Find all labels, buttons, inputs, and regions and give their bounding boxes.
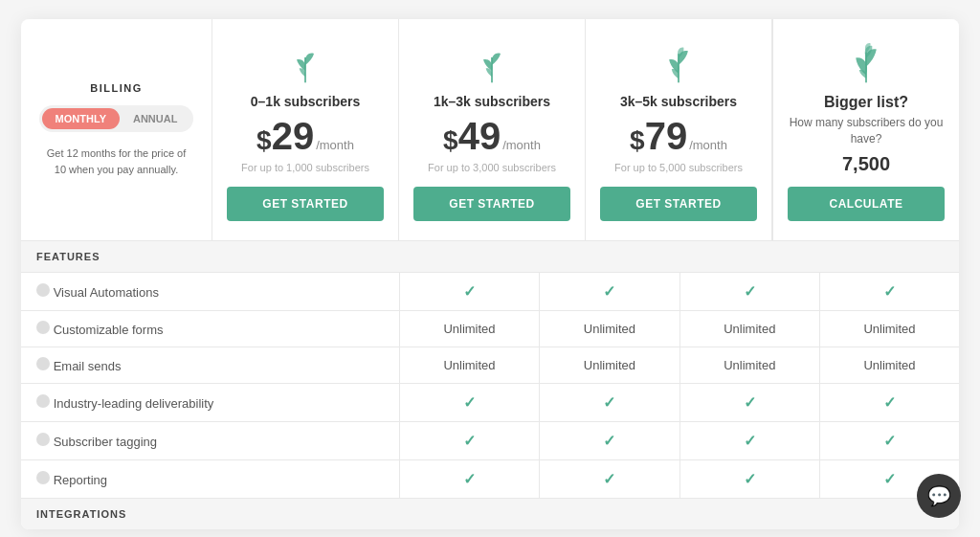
plan-0-1k-period: /month bbox=[316, 138, 354, 152]
feature-name-reporting: Reporting bbox=[21, 460, 399, 499]
plan-0-1k-subtitle: For up to 1,000 subscribers bbox=[241, 162, 369, 173]
feature-row-forms: Customizable forms Unlimited Unlimited U… bbox=[21, 311, 959, 347]
billing-note: Get 12 months for the price of 10 when y… bbox=[40, 145, 192, 177]
feature-val-va-1: ✓ bbox=[399, 273, 539, 311]
feature-val-rep-2: ✓ bbox=[540, 460, 679, 499]
feature-val-es-1: Unlimited bbox=[399, 347, 539, 384]
feature-row-reporting: Reporting ✓ ✓ ✓ ✓ bbox=[21, 460, 959, 499]
feature-val-forms-1: Unlimited bbox=[399, 311, 539, 347]
feature-name-email-sends: Email sends bbox=[21, 347, 399, 384]
feature-val-tag-1: ✓ bbox=[399, 422, 539, 460]
feature-val-del-3: ✓ bbox=[679, 384, 819, 422]
check-icon: ✓ bbox=[603, 433, 615, 449]
feature-row-tagging: Subscriber tagging ✓ ✓ ✓ ✓ bbox=[21, 422, 959, 460]
feature-val-forms-2: Unlimited bbox=[540, 311, 679, 347]
check-icon: ✓ bbox=[744, 471, 756, 487]
info-dot-icon bbox=[36, 321, 50, 334]
feature-val-va-2: ✓ bbox=[540, 273, 679, 311]
features-section-header: FEATURES bbox=[21, 241, 959, 273]
feature-val-del-1: ✓ bbox=[399, 384, 539, 422]
check-icon: ✓ bbox=[463, 283, 476, 300]
feature-val-rep-1: ✓ bbox=[399, 460, 539, 499]
feature-val-es-4: Unlimited bbox=[819, 347, 959, 384]
info-dot-icon bbox=[36, 357, 50, 370]
monthly-toggle[interactable]: MONTHLY bbox=[42, 108, 120, 129]
feature-name-visual-automations: Visual Automations bbox=[21, 273, 399, 311]
check-icon: ✓ bbox=[463, 394, 476, 411]
plant-icon-2 bbox=[475, 38, 509, 86]
plan-3-5k-title: 3k–5k subscribers bbox=[620, 94, 737, 109]
check-icon: ✓ bbox=[744, 283, 756, 300]
feature-val-es-3: Unlimited bbox=[679, 347, 819, 384]
plan-1-3k-price-row: $ 49 /month bbox=[443, 115, 541, 158]
plant-icon-3 bbox=[661, 38, 696, 86]
plant-icon-big bbox=[849, 38, 883, 86]
billing-toggle: MONTHLY ANNUAL bbox=[39, 105, 194, 132]
info-dot-icon bbox=[36, 394, 50, 408]
plan-0-1k-title: 0–1k subscribers bbox=[251, 94, 360, 109]
bigger-list-title: Bigger list? bbox=[824, 94, 908, 111]
check-icon: ✓ bbox=[463, 471, 476, 487]
plan-1-3k-title: 1k–3k subscribers bbox=[434, 94, 550, 109]
pricing-header: BILLING MONTHLY ANNUAL Get 12 months for… bbox=[21, 19, 959, 240]
feature-val-del-2: ✓ bbox=[540, 384, 679, 422]
plan-3-5k-period: /month bbox=[689, 138, 727, 152]
check-icon: ✓ bbox=[603, 394, 615, 411]
check-icon: ✓ bbox=[883, 433, 896, 449]
calculate-button[interactable]: CALCULATE bbox=[788, 187, 945, 221]
integrations-label: INTEGRATIONS bbox=[21, 499, 959, 530]
plan-0-1k-cta[interactable]: GET STARTED bbox=[227, 187, 384, 221]
plan-3-5k-cta[interactable]: GET STARTED bbox=[600, 187, 757, 221]
plan-3-5k-subtitle: For up to 5,000 subscribers bbox=[614, 162, 743, 173]
check-icon: ✓ bbox=[603, 283, 615, 300]
plan-1-3k-period: /month bbox=[502, 138, 541, 152]
plan-3-5k: 3k–5k subscribers $ 79 /month For up to … bbox=[586, 19, 772, 240]
plan-3-5k-price-row: $ 79 /month bbox=[630, 115, 727, 158]
plan-1-3k-cta[interactable]: GET STARTED bbox=[413, 187, 570, 221]
plant-icon-1 bbox=[288, 38, 323, 86]
feature-val-tag-3: ✓ bbox=[679, 422, 819, 460]
billing-column: BILLING MONTHLY ANNUAL Get 12 months for… bbox=[21, 19, 212, 240]
feature-name-forms: Customizable forms bbox=[21, 311, 399, 347]
billing-title: BILLING bbox=[90, 82, 143, 94]
features-table: FEATURES Visual Automations ✓ ✓ ✓ ✓ Cust… bbox=[21, 240, 959, 529]
annual-toggle[interactable]: ANNUAL bbox=[120, 108, 190, 129]
feature-row-email-sends: Email sends Unlimited Unlimited Unlimite… bbox=[21, 347, 959, 384]
plan-3-5k-amount: 79 bbox=[645, 115, 688, 158]
check-icon: ✓ bbox=[463, 433, 476, 449]
feature-val-es-2: Unlimited bbox=[540, 347, 679, 384]
check-icon: ✓ bbox=[883, 283, 896, 300]
feature-val-va-4: ✓ bbox=[819, 273, 959, 311]
integrations-section-header: INTEGRATIONS bbox=[21, 499, 959, 530]
feature-row-visual-automations: Visual Automations ✓ ✓ ✓ ✓ bbox=[21, 273, 959, 311]
plan-1-3k-amount: 49 bbox=[458, 115, 501, 158]
feature-val-va-3: ✓ bbox=[679, 273, 819, 311]
info-dot-icon bbox=[36, 471, 50, 484]
check-icon: ✓ bbox=[744, 433, 756, 449]
plan-0-1k-price-row: $ 29 /month bbox=[256, 115, 354, 158]
feature-name-deliverability: Industry-leading deliverability bbox=[21, 384, 399, 422]
feature-val-tag-2: ✓ bbox=[540, 422, 679, 460]
pricing-container: BILLING MONTHLY ANNUAL Get 12 months for… bbox=[21, 19, 959, 529]
check-icon: ✓ bbox=[744, 394, 756, 411]
features-label: FEATURES bbox=[21, 241, 959, 273]
info-dot-icon bbox=[36, 433, 50, 446]
plan-0-1k: 0–1k subscribers $ 29 /month For up to 1… bbox=[212, 19, 399, 240]
plan-1-3k-subtitle: For up to 3,000 subscribers bbox=[428, 162, 556, 173]
feature-row-deliverability: Industry-leading deliverability ✓ ✓ ✓ ✓ bbox=[21, 384, 959, 422]
plan-0-1k-dollar: $ bbox=[256, 125, 272, 156]
feature-val-rep-3: ✓ bbox=[679, 460, 819, 499]
feature-val-forms-4: Unlimited bbox=[819, 311, 959, 347]
check-icon: ✓ bbox=[883, 471, 896, 487]
feature-val-forms-3: Unlimited bbox=[679, 311, 819, 347]
plan-1-3k: 1k–3k subscribers $ 49 /month For up to … bbox=[399, 19, 586, 240]
feature-val-tag-4: ✓ bbox=[819, 422, 959, 460]
bigger-list-value: 7,500 bbox=[842, 153, 890, 175]
info-dot-icon bbox=[36, 283, 50, 297]
chat-icon: 💬 bbox=[927, 484, 951, 507]
chat-bubble-button[interactable]: 💬 bbox=[917, 474, 961, 518]
bigger-list-column: Bigger list? How many subscribers do you… bbox=[772, 19, 959, 240]
plan-1-3k-dollar: $ bbox=[443, 125, 458, 156]
check-icon: ✓ bbox=[883, 394, 896, 411]
feature-name-tagging: Subscriber tagging bbox=[21, 422, 399, 460]
